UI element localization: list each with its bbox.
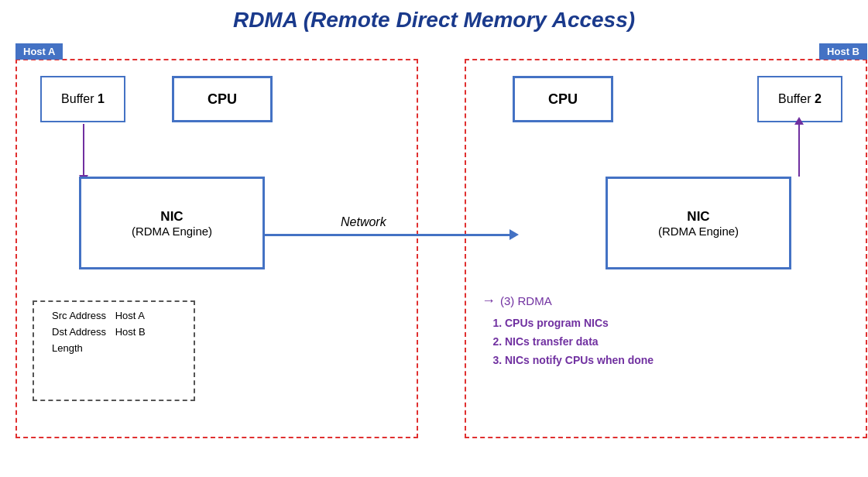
nic-b-sub: (RDMA Engine) bbox=[658, 225, 739, 238]
rdma-arrow-icon: → bbox=[482, 293, 496, 309]
diagram-area: Host A Buffer 1 CPU NIC (RDMA Engine) bbox=[15, 42, 853, 452]
wqe-dst-label: Dst Address bbox=[52, 326, 106, 338]
network-label: Network bbox=[341, 215, 386, 229]
wqe-src-label: Src Address bbox=[52, 310, 106, 321]
buffer2-label: Buffer 2 bbox=[778, 92, 822, 106]
buffer1-box: Buffer 1 bbox=[40, 76, 125, 122]
nic-b-box: NIC (RDMA Engine) bbox=[606, 177, 791, 269]
nic-a-sub: (RDMA Engine) bbox=[132, 225, 212, 238]
network-arrow-line: Network bbox=[263, 234, 511, 236]
network-arrow-container: Network bbox=[263, 234, 511, 236]
host-b-label: Host B bbox=[819, 43, 867, 60]
cpu-b-box: CPU bbox=[513, 76, 613, 122]
cpu-a-label: CPU bbox=[208, 91, 237, 108]
rdma-step-2: NICs transfer data bbox=[505, 335, 861, 348]
buffer2-box: Buffer 2 bbox=[757, 76, 842, 122]
host-a-container: Host A Buffer 1 CPU NIC (RDMA Engine) bbox=[15, 59, 418, 438]
rdma-step-header: → (3) RDMA bbox=[482, 293, 861, 309]
cpu-b-label: CPU bbox=[548, 91, 578, 108]
arrow-buffer1-to-nic bbox=[83, 124, 84, 177]
rdma-step-1: CPUs program NICs bbox=[505, 317, 861, 329]
buffer1-label: Buffer 1 bbox=[61, 92, 105, 106]
cpu-a-box: CPU bbox=[172, 76, 273, 122]
nic-a-title: NIC bbox=[160, 209, 183, 225]
wqe-src-value: Host A bbox=[115, 310, 145, 321]
rdma-header-text: (3) RDMA bbox=[500, 294, 552, 307]
page: RDMA (Remote Direct Memory Access) Host … bbox=[0, 0, 868, 477]
wqe-src-row: Src Address Host A bbox=[46, 310, 182, 321]
wqe-dst-value: Host B bbox=[115, 326, 146, 338]
rdma-list: CPUs program NICs NICs transfer data NIC… bbox=[482, 317, 861, 366]
wqe-len-row: Length bbox=[46, 342, 182, 354]
wqe-dst-row: Dst Address Host B bbox=[46, 326, 182, 338]
rdma-info: → (3) RDMA CPUs program NICs NICs transf… bbox=[482, 293, 861, 372]
rdma-step-3: NICs notify CPUs when done bbox=[505, 354, 861, 366]
nic-b-title: NIC bbox=[687, 209, 709, 225]
host-b-container: Host B CPU Buffer 2 NIC (RDMA Engine) bbox=[465, 59, 867, 438]
wqe-box: Src Address Host A Dst Address Host B Le… bbox=[33, 300, 195, 401]
host-a-label: Host A bbox=[15, 43, 63, 60]
wqe-len-label: Length bbox=[52, 342, 83, 354]
arrow-nicb-to-buffer2 bbox=[798, 124, 800, 177]
main-title: RDMA (Remote Direct Memory Access) bbox=[15, 8, 853, 33]
nic-a-box: NIC (RDMA Engine) bbox=[79, 177, 265, 269]
